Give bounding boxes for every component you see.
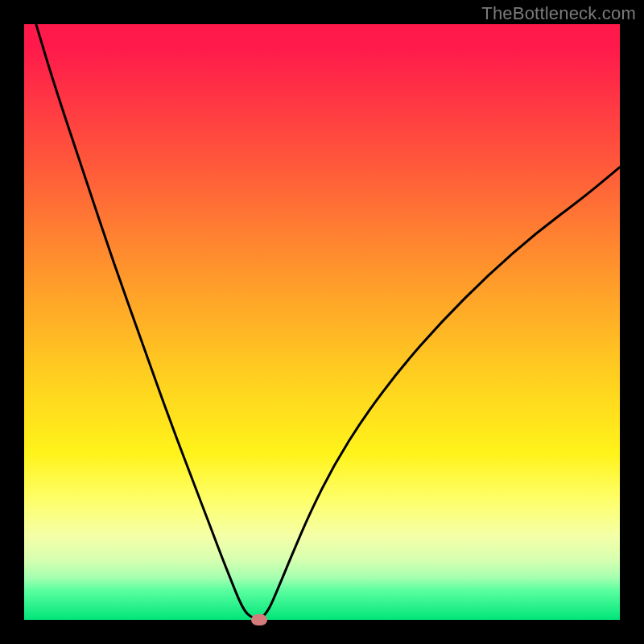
- bottleneck-curve: [36, 24, 620, 619]
- plot-area: [24, 24, 620, 620]
- watermark-label: TheBottleneck.com: [481, 3, 636, 24]
- minimum-marker: [251, 614, 267, 625]
- chart-container: TheBottleneck.com: [0, 0, 644, 644]
- curve-svg: [24, 24, 620, 620]
